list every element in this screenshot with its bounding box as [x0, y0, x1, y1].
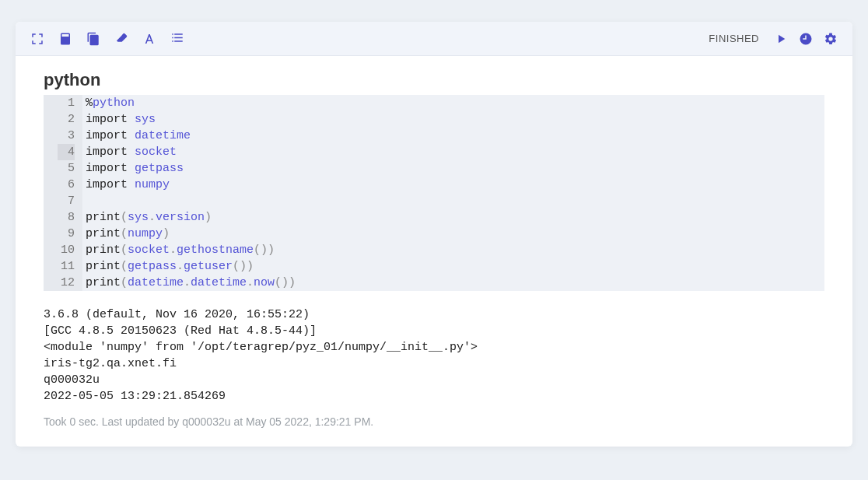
- code-line[interactable]: import numpy: [86, 177, 820, 193]
- code-line[interactable]: print(getpass.getuser()): [86, 258, 820, 275]
- code-line[interactable]: print(numpy): [86, 226, 820, 242]
- code-line[interactable]: [86, 193, 820, 209]
- code-line[interactable]: import sys: [86, 111, 820, 128]
- code-line[interactable]: import datetime: [86, 128, 820, 144]
- erase-icon[interactable]: [114, 31, 129, 47]
- code-line[interactable]: print(socket.gethostname()): [86, 242, 820, 258]
- code-line[interactable]: %python: [86, 95, 820, 111]
- line-number: 5: [58, 160, 75, 177]
- line-number: 11: [58, 258, 75, 275]
- line-number: 12: [58, 275, 75, 291]
- code-editor[interactable]: 123456789101112 %pythonimport sysimport …: [44, 95, 824, 291]
- cell-toolbar: FINISHED: [16, 22, 852, 56]
- collapse-icon[interactable]: [30, 31, 45, 47]
- clock-icon[interactable]: [798, 31, 814, 47]
- line-number: 8: [58, 209, 75, 226]
- code-line[interactable]: print(datetime.datetime.now()): [86, 275, 820, 291]
- book-icon[interactable]: [58, 31, 73, 47]
- status-label: FINISHED: [709, 33, 759, 44]
- footer-note: Took 0 sec. Last updated by q000032u at …: [44, 415, 824, 428]
- line-number: 2: [58, 111, 75, 128]
- line-number: 6: [58, 177, 75, 193]
- cell-title: python: [44, 70, 824, 90]
- line-number: 10: [58, 242, 75, 258]
- code-line[interactable]: import socket: [86, 144, 820, 160]
- play-icon[interactable]: [773, 31, 789, 47]
- line-number: 9: [58, 226, 75, 242]
- copy-icon[interactable]: [86, 31, 101, 47]
- line-number: 4: [58, 144, 75, 160]
- notebook-cell: FINISHED python 123456789101112 %pythoni…: [16, 22, 852, 447]
- line-number: 7: [58, 193, 75, 209]
- line-gutter: 123456789101112: [44, 95, 82, 291]
- code-line[interactable]: print(sys.version): [86, 209, 820, 226]
- gear-icon[interactable]: [823, 31, 838, 47]
- code-line[interactable]: import getpass: [86, 160, 820, 177]
- code-body[interactable]: %pythonimport sysimport datetimeimport s…: [82, 95, 824, 291]
- font-icon[interactable]: [142, 31, 157, 47]
- line-number: 3: [58, 128, 75, 144]
- line-number: 1: [58, 95, 75, 111]
- cell-output: 3.6.8 (default, Nov 16 2020, 16:55:22) […: [44, 307, 824, 405]
- list-ordered-icon[interactable]: [170, 31, 185, 47]
